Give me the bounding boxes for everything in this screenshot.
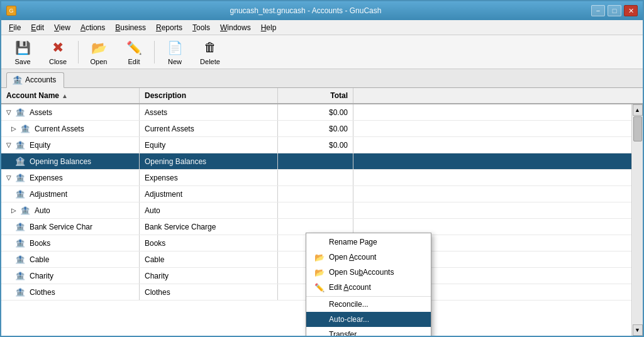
- row-desc-bank: Bank Service Charge: [140, 219, 278, 235]
- ctx-open-account[interactable]: 📂 Open Account: [306, 250, 431, 265]
- account-icon: 🏦: [20, 206, 30, 215]
- maximize-button[interactable]: □: [608, 5, 621, 16]
- tab-accounts-icon: 🏦: [12, 75, 23, 85]
- menu-help[interactable]: Help: [256, 22, 282, 33]
- account-icon: 🏦: [15, 222, 25, 231]
- expand-icon[interactable]: ▷: [11, 207, 16, 214]
- table-row[interactable]: ▽ 🏦 Equity Equity $0.00: [1, 137, 631, 153]
- open-account-icon: 📂: [314, 252, 325, 262]
- menu-file[interactable]: File: [4, 22, 26, 33]
- table-row[interactable]: ▷ 🏦 Current Assets Current Assets $0.00: [1, 121, 631, 137]
- new-icon: 📄: [166, 39, 184, 57]
- scroll-thumb[interactable]: [633, 116, 642, 141]
- header-description[interactable]: Description: [140, 88, 278, 103]
- ctx-rename-page[interactable]: Rename Page: [306, 235, 431, 250]
- table-row[interactable]: ▷ 🏦 Auto Auto: [1, 202, 631, 219]
- account-icon: 🏦: [15, 271, 25, 280]
- menu-edit[interactable]: Edit: [26, 22, 49, 33]
- account-icon: 🏦: [15, 157, 25, 166]
- menu-reports[interactable]: Reports: [151, 22, 187, 33]
- account-icon: 🏦: [15, 173, 25, 182]
- row-name-expenses: ▽ 🏦 Expenses: [1, 170, 140, 185]
- row-desc-equity: Equity: [140, 137, 278, 153]
- context-menu: Rename Page 📂 Open Account 📂 Open SubAcc…: [306, 233, 431, 336]
- row-name-auto: ▷ 🏦 Auto: [1, 202, 140, 218]
- table-row[interactable]: ▽ 🏦 Assets Assets $0.00: [1, 104, 631, 121]
- row-total-equity: $0.00: [278, 137, 353, 153]
- row-name-adjustment: 🏦 Adjustment: [1, 186, 140, 202]
- header-account-name[interactable]: Account Name ▲: [1, 88, 140, 103]
- menu-tools[interactable]: Tools: [187, 22, 215, 33]
- row-total-auto: [278, 202, 353, 218]
- edit-icon: ✏️: [125, 39, 143, 57]
- expand-icon[interactable]: ▽: [6, 174, 11, 181]
- save-icon: 💾: [14, 39, 31, 57]
- scroll-track[interactable]: [633, 116, 643, 324]
- save-label: Save: [14, 58, 30, 65]
- account-icon: 🏦: [15, 255, 25, 264]
- close-label: Close: [49, 58, 67, 65]
- row-desc-clothes: Clothes: [140, 284, 278, 300]
- ctx-edit-account[interactable]: ✏️ Edit Account: [306, 280, 431, 295]
- menu-business[interactable]: Business: [110, 22, 151, 33]
- open-label: Open: [91, 58, 108, 65]
- row-total-assets: $0.00: [278, 104, 353, 120]
- header-rest: [353, 88, 643, 103]
- app-icon: G: [6, 6, 16, 16]
- main-content: Account Name ▲ Description Total ▽: [1, 88, 643, 336]
- row-desc-cable: Cable: [140, 251, 278, 267]
- ctx-transfer[interactable]: Transfer...: [306, 327, 431, 336]
- open-subaccounts-icon: 📂: [314, 267, 325, 277]
- row-name-opening-balances: 🏦 Opening Balances: [1, 153, 140, 169]
- header-total[interactable]: Total: [278, 88, 353, 103]
- ctx-auto-clear[interactable]: Auto-clear...: [306, 312, 431, 327]
- title-bar-left: G: [6, 6, 20, 16]
- scroll-down-button[interactable]: ▼: [633, 324, 643, 336]
- row-desc-assets: Assets: [140, 104, 278, 120]
- row-desc-adjustment: Adjustment: [140, 186, 278, 202]
- row-name-bank: 🏦 Bank Service Char: [1, 219, 140, 235]
- window-title: gnucash_test.gnucash - Accounts - GnuCas…: [20, 6, 591, 15]
- table-row[interactable]: 🏦 Adjustment Adjustment: [1, 186, 631, 202]
- tab-accounts[interactable]: 🏦 Accounts: [6, 72, 64, 88]
- account-icon: 🏦: [15, 108, 25, 117]
- tab-strip: 🏦 Accounts: [1, 69, 643, 88]
- row-desc-current-assets: Current Assets: [140, 121, 278, 136]
- row-desc-charity: Charity: [140, 268, 278, 284]
- expand-icon[interactable]: ▷: [11, 125, 16, 132]
- scroll-up-button[interactable]: ▲: [633, 104, 643, 116]
- row-name-equity: ▽ 🏦 Equity: [1, 137, 140, 153]
- close-icon: ✖: [49, 39, 67, 57]
- delete-button[interactable]: 🗑 Delete: [194, 38, 226, 67]
- minimize-button[interactable]: −: [591, 5, 605, 16]
- account-icon: 🏦: [15, 140, 25, 150]
- auto-clear-icon: [314, 314, 325, 324]
- row-name-charity: 🏦 Charity: [1, 268, 140, 284]
- expand-icon[interactable]: ▽: [6, 109, 11, 116]
- close-button-toolbar[interactable]: ✖ Close: [42, 38, 74, 67]
- row-total-expenses: [278, 170, 353, 185]
- menu-bar: File Edit View Actions Business Reports …: [1, 20, 643, 35]
- edit-button[interactable]: ✏️ Edit: [118, 38, 150, 67]
- row-desc-auto: Auto: [140, 202, 278, 218]
- open-button[interactable]: 📂 Open: [82, 38, 115, 67]
- table-row[interactable]: ▽ 🏦 Expenses Expenses: [1, 170, 631, 186]
- menu-view[interactable]: View: [49, 22, 75, 33]
- table-header: Account Name ▲ Description Total: [1, 88, 643, 104]
- table-row-opening-balances[interactable]: 🏦 Opening Balances Opening Balances: [1, 153, 631, 170]
- row-name-current-assets: ▷ 🏦 Current Assets: [1, 121, 140, 136]
- new-label: New: [168, 58, 182, 65]
- window-controls: − □ ✕: [591, 5, 638, 16]
- scrollbar[interactable]: ▲ ▼: [631, 104, 643, 336]
- account-icon: 🏦: [15, 287, 25, 297]
- menu-actions[interactable]: Actions: [75, 22, 110, 33]
- ctx-open-subaccounts[interactable]: 📂 Open SubAccounts: [306, 265, 431, 280]
- row-name-assets: ▽ 🏦 Assets: [1, 104, 140, 120]
- close-button[interactable]: ✕: [624, 5, 638, 16]
- ctx-reconcile[interactable]: Reconcile...: [306, 296, 431, 312]
- account-icon: 🏦: [20, 124, 30, 133]
- expand-icon[interactable]: ▽: [6, 141, 11, 148]
- new-button[interactable]: 📄 New: [158, 38, 191, 67]
- save-button[interactable]: 💾 Save: [6, 38, 39, 67]
- menu-windows[interactable]: Windows: [215, 22, 256, 33]
